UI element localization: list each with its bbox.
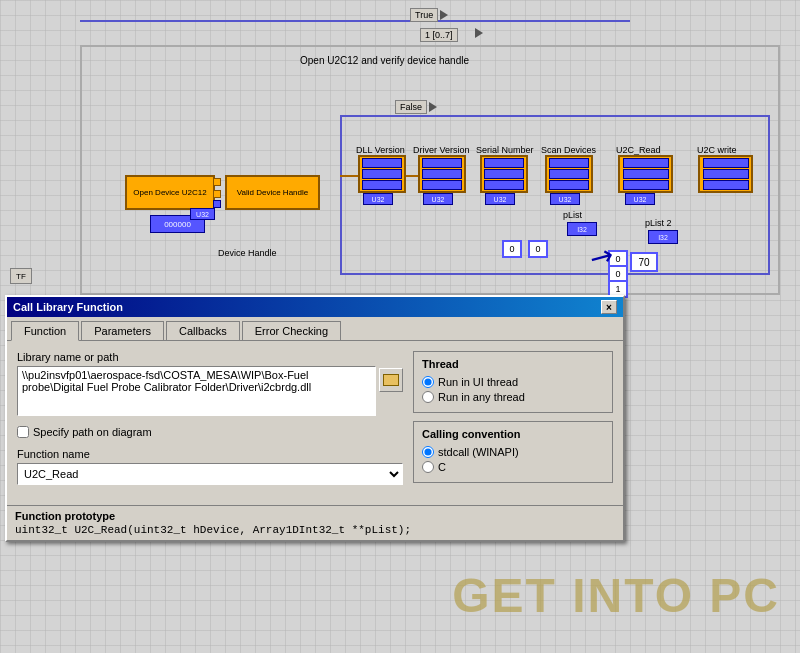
node-dll-version bbox=[358, 155, 406, 193]
path-row: <span data-bind="dialog.library_path_val… bbox=[17, 366, 403, 416]
false-indicator: False bbox=[395, 100, 437, 114]
calling-conv-group: Calling convention stdcall (WINAPI) C bbox=[413, 421, 613, 483]
serial-number-label: Serial Number bbox=[476, 145, 534, 155]
tab-callbacks[interactable]: Callbacks bbox=[166, 321, 240, 340]
u32-scan: U32 bbox=[550, 193, 580, 205]
stdcall-label: stdcall (WINAPI) bbox=[438, 446, 519, 458]
prototype-section: Function prototype uint32_t U2C_Read(uin… bbox=[7, 505, 623, 540]
page-arrow bbox=[475, 28, 483, 38]
c-radio[interactable] bbox=[422, 461, 434, 473]
dialog-title: Call Library Function bbox=[13, 301, 123, 313]
tab-function[interactable]: Function bbox=[11, 321, 79, 341]
any-thread-radio[interactable] bbox=[422, 391, 434, 403]
dialog-close-button[interactable]: × bbox=[601, 300, 617, 314]
library-path-input[interactable]: <span data-bind="dialog.library_path_val… bbox=[17, 366, 376, 416]
node-driver-version bbox=[418, 155, 466, 193]
plist-label: pList bbox=[563, 210, 582, 220]
prototype-text: uint32_t U2C_Read(uint32_t hDevice, Arra… bbox=[15, 524, 615, 536]
connector-3 bbox=[213, 200, 221, 208]
u32-u2c-read: U32 bbox=[625, 193, 655, 205]
stdcall-row: stdcall (WINAPI) bbox=[422, 446, 604, 458]
library-path-label: Library name or path bbox=[17, 351, 403, 363]
library-path-group: Library name or path <span data-bind="di… bbox=[17, 351, 403, 416]
function-name-select[interactable]: U2C_Read bbox=[17, 463, 403, 485]
any-thread-row: Run in any thread bbox=[422, 391, 604, 403]
stdcall-radio[interactable] bbox=[422, 446, 434, 458]
prototype-label: Function prototype bbox=[15, 510, 615, 522]
thread-group-title: Thread bbox=[422, 358, 604, 370]
function-name-label: Function name bbox=[17, 448, 403, 460]
any-thread-label: Run in any thread bbox=[438, 391, 525, 403]
specify-path-checkbox[interactable] bbox=[17, 426, 29, 438]
call-library-dialog: Call Library Function × Function Paramet… bbox=[5, 295, 625, 542]
c-label: C bbox=[438, 461, 446, 473]
plist-arr1: I32 bbox=[567, 222, 597, 236]
calling-conv-title: Calling convention bbox=[422, 428, 604, 440]
c-row: C bbox=[422, 461, 604, 473]
connector-1 bbox=[213, 178, 221, 186]
tab-error-checking[interactable]: Error Checking bbox=[242, 321, 341, 340]
val-70: 70 bbox=[630, 252, 658, 272]
device-handle-label: Device Handle bbox=[218, 248, 277, 258]
specify-path-row: Specify path on diagram bbox=[17, 426, 403, 438]
dll-version-label: DLL Version bbox=[356, 145, 405, 155]
u32-serial: U32 bbox=[485, 193, 515, 205]
wire-top-h bbox=[80, 20, 630, 22]
structure-label: Open U2C12 and verify device handle bbox=[300, 55, 469, 66]
connector-2 bbox=[213, 190, 221, 198]
u32-dll: U32 bbox=[363, 193, 393, 205]
browse-button[interactable] bbox=[379, 368, 403, 392]
watermark-get: GET bbox=[452, 569, 557, 622]
node-open-device: Open Device U2C12 bbox=[125, 175, 215, 210]
ui-thread-radio[interactable] bbox=[422, 376, 434, 388]
page-indicator: 1 [0..7] bbox=[420, 28, 458, 42]
dialog-titlebar: Call Library Function × bbox=[7, 297, 623, 317]
right-column: Thread Run in UI thread Run in any threa… bbox=[413, 351, 613, 495]
driver-version-label: Driver Version bbox=[413, 145, 470, 155]
watermark: GET INTO PC bbox=[452, 568, 780, 623]
content-columns: Library name or path <span data-bind="di… bbox=[17, 351, 613, 495]
val-0a: 0 bbox=[502, 240, 522, 258]
thread-group: Thread Run in UI thread Run in any threa… bbox=[413, 351, 613, 413]
specify-path-label: Specify path on diagram bbox=[33, 426, 152, 438]
tf-indicator: TF bbox=[10, 268, 32, 284]
node-serial-number bbox=[480, 155, 528, 193]
watermark-pc: PC bbox=[709, 569, 780, 622]
function-name-group: Function name U2C_Read bbox=[17, 448, 403, 485]
ui-thread-row: Run in UI thread bbox=[422, 376, 604, 388]
node-valid-handle: Valid Device Handle bbox=[225, 175, 320, 210]
true-indicator: True bbox=[410, 8, 448, 22]
val-0b: 0 bbox=[528, 240, 548, 258]
u32-badge-1: U32 bbox=[190, 208, 215, 220]
u2c-read-label: U2C_Read bbox=[616, 145, 661, 155]
dialog-tabs: Function Parameters Callbacks Error Chec… bbox=[7, 317, 623, 341]
u32-driver: U32 bbox=[423, 193, 453, 205]
node-u2c-write bbox=[698, 155, 753, 193]
ui-thread-label: Run in UI thread bbox=[438, 376, 518, 388]
node-scan-devices bbox=[545, 155, 593, 193]
wire-1 bbox=[340, 175, 360, 177]
node-u2c-read bbox=[618, 155, 673, 193]
u2c-write-label: U2C write bbox=[697, 145, 737, 155]
scan-devices-label: Scan Devices bbox=[541, 145, 596, 155]
plist2-label: pList 2 bbox=[645, 218, 672, 228]
watermark-into: INTO bbox=[572, 569, 694, 622]
function-name-row: U2C_Read bbox=[17, 463, 403, 485]
left-column: Library name or path <span data-bind="di… bbox=[17, 351, 403, 495]
plist2-arr: I32 bbox=[648, 230, 678, 244]
dialog-content: Library name or path <span data-bind="di… bbox=[7, 341, 623, 505]
tab-parameters[interactable]: Parameters bbox=[81, 321, 164, 340]
folder-icon bbox=[383, 374, 399, 386]
